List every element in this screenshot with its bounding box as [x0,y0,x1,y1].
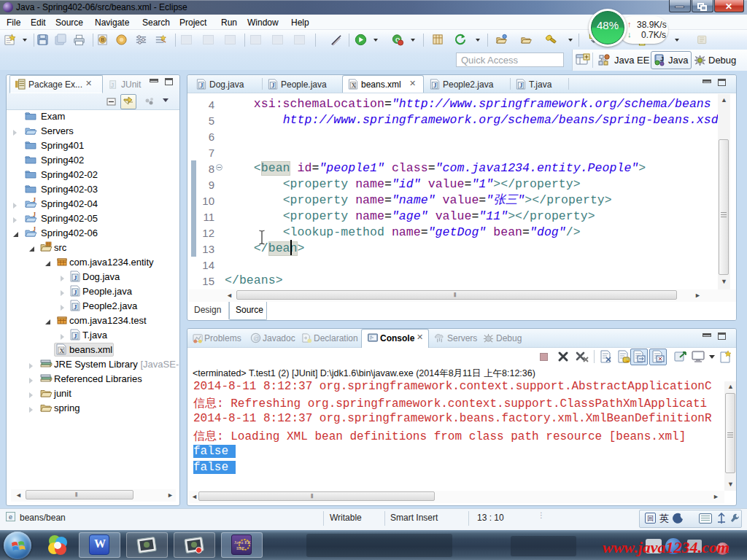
svg-text:X: X [352,82,356,89]
svg-text:J: J [33,198,36,203]
svg-text:Java EE: Java EE [234,540,251,545]
svg-text:J: J [74,289,77,296]
svg-text:J: J [271,82,274,89]
svg-text:J: J [660,55,664,63]
svg-text:J: J [433,82,436,89]
svg-text:X: X [60,347,65,354]
svg-text:@: @ [253,335,260,342]
svg-text:J: J [74,274,77,281]
svg-text:J: J [200,82,203,89]
svg-text:J: J [111,82,114,89]
svg-text:J: J [33,212,36,218]
svg-text:B: B [101,36,104,43]
svg-text:J: J [74,303,77,311]
svg-text:J: J [33,227,36,233]
svg-text:IDE: IDE [236,545,245,551]
svg-text:J: J [519,82,522,89]
svg-text:J: J [74,332,77,340]
